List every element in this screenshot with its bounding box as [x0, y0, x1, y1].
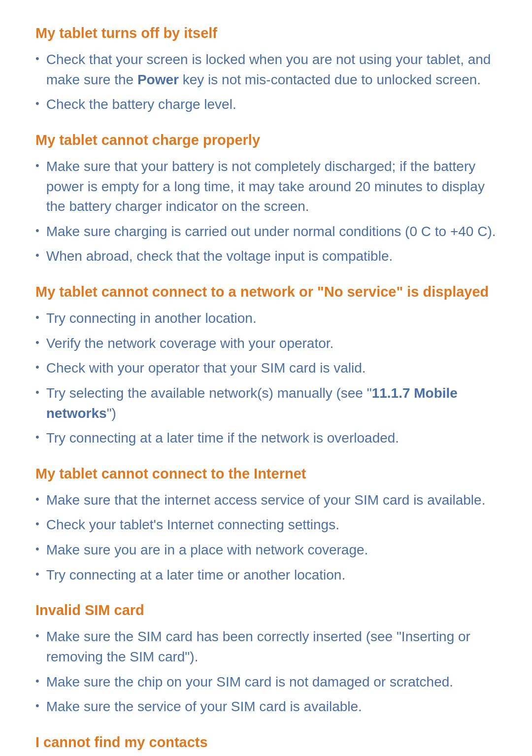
list-item: • Try selecting the available network(s)… — [35, 383, 497, 423]
list-item-text: Make sure the SIM card has been correctl… — [46, 627, 497, 667]
section-heading-2: My tablet cannot charge properly — [35, 131, 497, 150]
list-item: • Try connecting at a later time or anot… — [35, 565, 497, 585]
bullet-list-4: • Make sure that the internet access ser… — [35, 490, 497, 585]
bullet-dot: • — [35, 51, 39, 67]
list-item-text: Check that your screen is locked when yo… — [46, 50, 497, 90]
list-item: • Check your tablet's Internet connectin… — [35, 515, 497, 535]
section-tablet-turns-off: My tablet turns off by itself • Check th… — [35, 24, 497, 115]
list-item-text: Try connecting in another location. — [46, 309, 257, 329]
list-item-text: When abroad, check that the voltage inpu… — [46, 246, 393, 267]
section-invalid-sim: Invalid SIM card • Make sure the SIM car… — [35, 601, 497, 717]
bold-text: Power — [137, 72, 179, 87]
section-heading-5: Invalid SIM card — [35, 601, 497, 620]
section-no-network: My tablet cannot connect to a network or… — [35, 282, 497, 448]
bullet-dot: • — [35, 335, 39, 350]
bullet-dot: • — [35, 516, 39, 532]
section-no-internet: My tablet cannot connect to the Internet… — [35, 464, 497, 585]
bullet-dot: • — [35, 247, 39, 263]
list-item-text: Make sure charging is carried out under … — [46, 222, 496, 242]
section-heading-1: My tablet turns off by itself — [35, 24, 497, 43]
bullet-dot: • — [35, 359, 39, 375]
bullet-list-2: • Make sure that your battery is not com… — [35, 157, 497, 267]
bullet-dot: • — [35, 541, 39, 557]
bold-text: 11.1.7 Mobile networks — [46, 385, 458, 421]
list-item-text: Try selecting the available network(s) m… — [46, 383, 497, 423]
list-item-text: Make sure the service of your SIM card i… — [46, 697, 362, 717]
list-item-text: Check the battery charge level. — [46, 95, 236, 115]
list-item-text: Make sure the chip on your SIM card is n… — [46, 672, 453, 692]
list-item-text: Try connecting at a later time if the ne… — [46, 428, 399, 448]
list-item: • Check the battery charge level. — [35, 95, 497, 115]
bullet-dot: • — [35, 309, 39, 325]
bullet-dot: • — [35, 698, 39, 714]
list-item: • Try connecting in another location. — [35, 309, 497, 329]
list-item-text: Make sure that the internet access servi… — [46, 490, 486, 511]
list-item: • Try connecting at a later time if the … — [35, 428, 497, 448]
list-item: • Make sure that the internet access ser… — [35, 490, 497, 511]
page-content: My tablet turns off by itself • Check th… — [35, 24, 497, 756]
bullet-list-5: • Make sure the SIM card has been correc… — [35, 627, 497, 717]
list-item: • Make sure you are in a place with netw… — [35, 540, 497, 560]
bullet-dot: • — [35, 429, 39, 445]
list-item: • Make sure charging is carried out unde… — [35, 222, 497, 242]
section-cannot-charge: My tablet cannot charge properly • Make … — [35, 131, 497, 267]
list-item-text: Try connecting at a later time or anothe… — [46, 565, 346, 585]
list-item: • Verify the network coverage with your … — [35, 334, 497, 354]
bullet-dot: • — [35, 628, 39, 644]
section-heading-6: I cannot find my contacts — [35, 733, 497, 752]
list-item: • Make sure the service of your SIM card… — [35, 697, 497, 717]
bullet-list-1: • Check that your screen is locked when … — [35, 50, 497, 115]
bullet-dot: • — [35, 566, 39, 582]
list-item: • Make sure that your battery is not com… — [35, 157, 497, 217]
list-item: • Check with your operator that your SIM… — [35, 358, 497, 378]
bullet-dot: • — [35, 673, 39, 689]
list-item-text: Make sure that your battery is not compl… — [46, 157, 497, 217]
section-cannot-find-contacts: I cannot find my contacts • Make sure yo… — [35, 733, 497, 756]
section-heading-3: My tablet cannot connect to a network or… — [35, 282, 497, 302]
list-item: • When abroad, check that the voltage in… — [35, 246, 497, 267]
list-item: • Make sure the SIM card has been correc… — [35, 627, 497, 667]
list-item: • Make sure the chip on your SIM card is… — [35, 672, 497, 692]
bullet-dot: • — [35, 491, 39, 507]
list-item-text: Check with your operator that your SIM c… — [46, 358, 366, 378]
list-item-text: Verify the network coverage with your op… — [46, 334, 334, 354]
list-item-text: Check your tablet's Internet connecting … — [46, 515, 339, 535]
bullet-dot: • — [35, 96, 39, 111]
bullet-list-3: • Try connecting in another location. • … — [35, 309, 497, 448]
section-heading-4: My tablet cannot connect to the Internet — [35, 464, 497, 483]
bullet-dot: • — [35, 384, 39, 400]
list-item: • Check that your screen is locked when … — [35, 50, 497, 90]
list-item-text: Make sure you are in a place with networ… — [46, 540, 368, 560]
bullet-dot: • — [35, 223, 39, 239]
bullet-dot: • — [35, 158, 39, 173]
